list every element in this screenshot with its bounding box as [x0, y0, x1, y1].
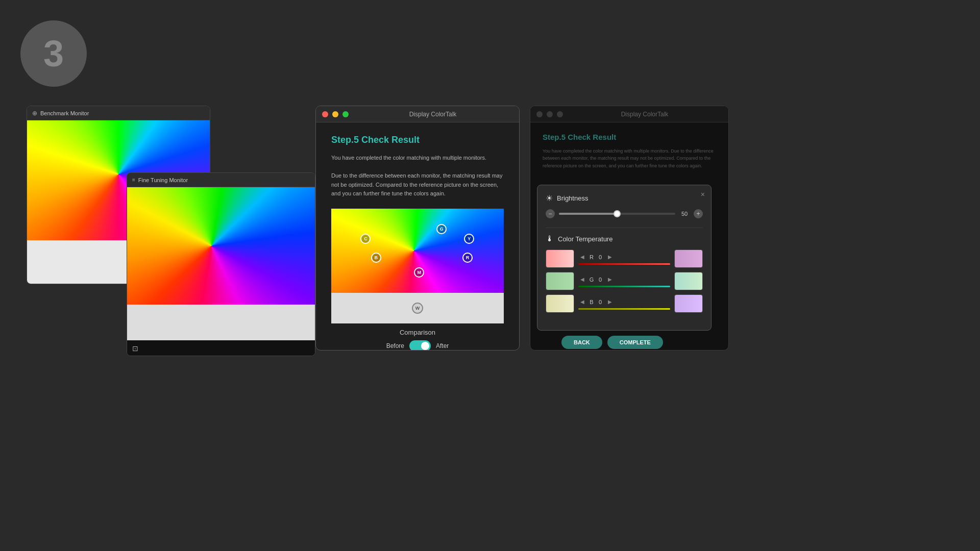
- brightness-section: ☀ Brightness − 50 +: [546, 193, 703, 218]
- color-temp-icon: 🌡: [546, 234, 554, 243]
- right-window-title: Display ColorTalk: [567, 111, 722, 118]
- b-decrease-button[interactable]: ◀: [578, 298, 586, 306]
- window-close-dot[interactable]: [322, 111, 328, 117]
- window-maximize-dot[interactable]: [342, 111, 349, 117]
- r-decrease-button[interactable]: ◀: [578, 253, 586, 261]
- color-point-M: M: [414, 267, 424, 278]
- benchmark-titlebar: ⊕ Benchmark Monitor: [27, 106, 210, 120]
- g-preview-after: [674, 272, 703, 290]
- brightness-value: 50: [679, 211, 690, 217]
- comparison-container: G C Y B R M W: [331, 209, 504, 323]
- before-label: Before: [386, 342, 404, 349]
- r-channel-row: ◀ R 0 ▶: [546, 249, 703, 268]
- brightness-slider-track[interactable]: [559, 213, 675, 215]
- brightness-panel: × ☀ Brightness − 50 + 🌡 Color Temperatur…: [537, 185, 712, 331]
- r-bar: [578, 263, 670, 265]
- resize-handle-icon[interactable]: ⊡: [132, 344, 138, 353]
- before-after-toggle[interactable]: [409, 340, 431, 350]
- comparison-swirl: G C Y B R M: [331, 209, 504, 293]
- b-preview-before: [546, 294, 574, 313]
- fine-tuning-title: Fine Tuning Monitor: [138, 177, 188, 183]
- r-increase-button[interactable]: ▶: [606, 253, 614, 261]
- r-preview-after: [674, 249, 703, 268]
- fine-tuning-white-bar: [127, 305, 315, 340]
- colortalk-body: Step.5 Check Result You have completed t…: [316, 122, 519, 350]
- g-decrease-button[interactable]: ◀: [578, 276, 586, 284]
- fine-tuning-swirl: [127, 187, 315, 305]
- g-channel-control: ◀ G 0 ▶: [578, 276, 670, 287]
- colortalk-titlebar: Display ColorTalk: [316, 106, 519, 122]
- right-dot2: [547, 111, 553, 117]
- window-minimize-dot[interactable]: [332, 111, 338, 117]
- brightness-decrease-button[interactable]: −: [546, 209, 555, 218]
- color-temp-title: 🌡 Color Temperature: [546, 234, 703, 243]
- fine-tuning-titlebar: ≡ Fine Tuning Monitor: [127, 173, 315, 187]
- brightness-slider-fill: [559, 213, 617, 215]
- right-complete-button[interactable]: COMPLETE: [607, 336, 663, 349]
- right-button-row: BACK COMPLETE: [561, 336, 663, 349]
- step-number: 3: [43, 33, 64, 74]
- desc-line2: Due to the difference between each monit…: [331, 172, 503, 196]
- brightness-slider-thumb: [614, 210, 621, 217]
- panel-divider: [546, 228, 703, 228]
- right-step-title: Step.5 Check Result: [543, 133, 716, 141]
- color-temp-label: Color Temperature: [558, 235, 612, 243]
- toggle-knob: [421, 342, 429, 350]
- right-dot3: [557, 111, 563, 117]
- g-bar: [578, 286, 670, 287]
- r-value: 0: [597, 254, 604, 260]
- r-channel-control: ◀ R 0 ▶: [578, 253, 670, 265]
- b-label: B: [589, 299, 595, 305]
- color-point-R: R: [462, 253, 473, 263]
- desc-line1: You have completed the color matching wi…: [331, 155, 486, 161]
- fine-tuning-content: ⊡: [127, 187, 315, 356]
- b-channel-row: ◀ B 0 ▶: [546, 294, 703, 313]
- color-point-C: C: [360, 234, 371, 244]
- brightness-section-title: ☀ Brightness: [546, 193, 703, 203]
- fine-tuning-window: ≡ Fine Tuning Monitor ⊡: [127, 172, 315, 356]
- after-label: After: [436, 342, 449, 349]
- right-back-button[interactable]: BACK: [561, 336, 602, 349]
- toggle-row: Before After: [331, 340, 504, 350]
- colortalk-window: Display ColorTalk Step.5 Check Result Yo…: [315, 106, 520, 350]
- color-point-Y: Y: [464, 234, 474, 244]
- right-body: Step.5 Check Result You have completed t…: [530, 122, 728, 187]
- step-title: Step.5 Check Result: [331, 135, 504, 145]
- color-point-W: W: [412, 303, 423, 314]
- white-compare-bar: W: [331, 293, 504, 323]
- colortalk-window-title: Display ColorTalk: [353, 111, 513, 118]
- right-description: You have completed the color matching wi…: [543, 147, 716, 169]
- step-badge: 3: [20, 20, 87, 87]
- comparison-label: Comparison: [331, 329, 504, 336]
- panel-close-button[interactable]: ×: [701, 190, 705, 198]
- b-preview-after: [674, 294, 703, 313]
- b-channel-control: ◀ B 0 ▶: [578, 298, 670, 310]
- b-bar: [578, 308, 670, 310]
- g-label: G: [589, 277, 595, 283]
- color-point-G: G: [436, 224, 447, 234]
- color-point-B: B: [371, 253, 381, 263]
- color-temp-section: 🌡 Color Temperature ◀ R 0 ▶ ◀: [546, 234, 703, 313]
- brightness-increase-button[interactable]: +: [694, 209, 703, 218]
- benchmark-icon: ⊕: [32, 110, 37, 117]
- benchmark-title: Benchmark Monitor: [40, 110, 205, 116]
- step-description: You have completed the color matching wi…: [331, 154, 504, 198]
- brightness-slider-row: − 50 +: [546, 209, 703, 218]
- g-preview-before: [546, 272, 574, 290]
- brightness-label: Brightness: [557, 194, 588, 202]
- r-label: R: [589, 254, 595, 260]
- g-value: 0: [597, 277, 604, 283]
- r-preview-before: [546, 249, 574, 268]
- right-dot1: [536, 111, 543, 117]
- b-value: 0: [597, 299, 604, 305]
- fine-tuning-icon: ≡: [132, 177, 135, 183]
- brightness-icon: ☀: [546, 193, 553, 203]
- right-titlebar: Display ColorTalk: [530, 106, 728, 122]
- g-channel-row: ◀ G 0 ▶: [546, 272, 703, 290]
- g-increase-button[interactable]: ▶: [606, 276, 614, 284]
- b-increase-button[interactable]: ▶: [606, 298, 614, 306]
